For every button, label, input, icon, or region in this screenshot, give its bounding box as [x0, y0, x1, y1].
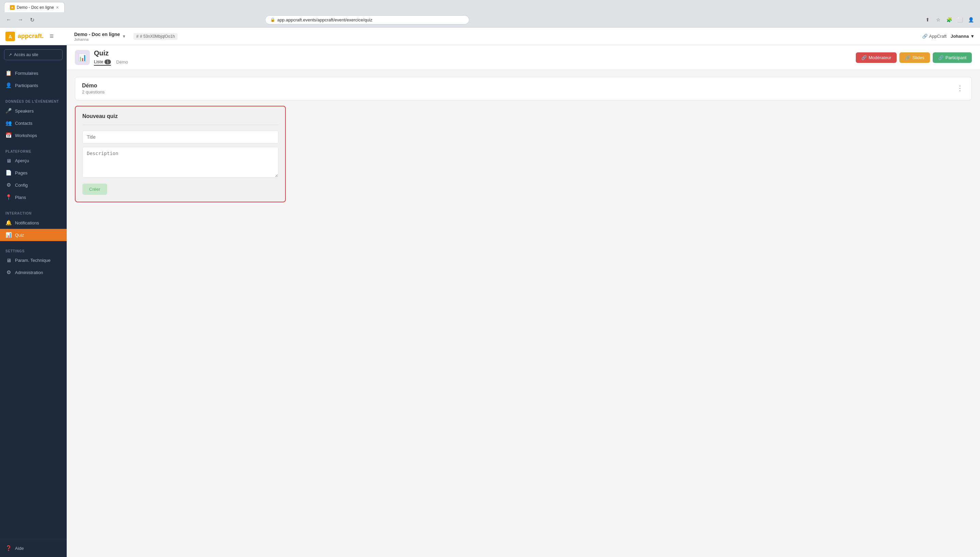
user-chevron: ▼	[970, 34, 975, 39]
new-quiz-divider	[82, 125, 278, 125]
interaction-section-label: INTERACTION	[0, 209, 67, 217]
content-area: 📊 Quiz Liste 1 Démo	[67, 45, 980, 557]
sidebar-item-pages[interactable]: 📄 Pages	[0, 167, 67, 179]
hamburger-button[interactable]: ☰	[46, 31, 57, 42]
sidebar-item-speakers[interactable]: 🎤 Speakers	[0, 105, 67, 117]
sidebar-section-plateforme: PLATEFORME 🖥 Aperçu 📄 Pages ⚙ Config 📍 P…	[0, 144, 67, 206]
sidebar-item-label: Aperçu	[15, 158, 29, 163]
sidebar-item-contacts[interactable]: 👥 Contacts	[0, 117, 67, 129]
slides-label: Slides	[912, 55, 924, 60]
tab-demo-label: Démo	[116, 60, 128, 65]
browser-nav-controls: ← → ↻	[4, 15, 37, 24]
sidebar-item-plans[interactable]: 📍 Plans	[0, 191, 67, 204]
sidebar-item-label: Param. Technique	[15, 258, 51, 263]
sidebar-item-label: Quiz	[15, 233, 24, 238]
notifications-icon: 🔔	[5, 220, 11, 226]
demo-card-info: Démo 2 questions	[82, 83, 105, 94]
back-button[interactable]: ←	[4, 15, 14, 24]
sidebar-item-notifications[interactable]: 🔔 Notifications	[0, 217, 67, 229]
page-title-group: Quiz Liste 1 Démo	[94, 49, 133, 66]
sidebar-item-participants[interactable]: 👤 Participants	[0, 79, 67, 91]
sidebar-item-param-technique[interactable]: 🖥 Param. Technique	[0, 254, 67, 266]
quiz-icon: 📊	[5, 232, 11, 238]
browser-tab-bar: A Demo - Doc en ligne ×	[0, 0, 980, 12]
access-site-label: Accès au site	[14, 52, 38, 57]
share-button[interactable]: ⬆	[923, 15, 933, 24]
sidebar-item-label: Config	[15, 182, 28, 188]
tab-demo[interactable]: Démo	[116, 59, 128, 66]
link-icon: 🔗	[922, 34, 928, 39]
logo-text: appcraft.	[18, 33, 44, 40]
sidebar-section-donnees: DONNÉES DE L'ÉVÉNEMENT 🎤 Speakers 👥 Cont…	[0, 94, 67, 144]
tab-favicon: A	[10, 5, 15, 10]
sidebar-section-top: 📋 Formulaires 👤 Participants	[0, 64, 67, 94]
config-icon: ⚙	[5, 182, 11, 188]
tab-liste-badge: 1	[105, 60, 111, 64]
moderator-button[interactable]: 🔗 Modérateur	[856, 52, 897, 63]
appcraft-link-text: AppCraft	[929, 34, 946, 39]
sidebar-item-apercu[interactable]: 🖥 Aperçu	[0, 155, 67, 167]
sidebar-item-aide[interactable]: ❓ Aide	[0, 542, 67, 554]
create-quiz-button[interactable]: Créer	[82, 184, 107, 195]
participant-label: Participant	[946, 55, 966, 60]
donnees-section-label: DONNÉES DE L'ÉVÉNEMENT	[0, 97, 67, 105]
page-tabs: Liste 1 Démo	[94, 59, 133, 66]
profile-button[interactable]: 👤	[966, 15, 976, 24]
sidebar-item-label: Pages	[15, 170, 28, 176]
bookmark-button[interactable]: ☆	[934, 15, 943, 24]
lock-icon: 🔒	[270, 17, 275, 22]
content-body: Démo 2 questions ⋮ Nouveau quiz Créer	[67, 70, 980, 209]
contacts-icon: 👥	[5, 120, 11, 126]
tab-close-button[interactable]: ×	[56, 5, 59, 10]
sidebar-item-label: Workshops	[15, 133, 37, 138]
page-actions: 🔗 Modérateur 🔗 Slides 🔗 Participant	[856, 52, 972, 63]
event-selector[interactable]: Demo - Doc en ligne Johanna ▼	[71, 29, 129, 44]
quiz-title-input[interactable]	[82, 130, 278, 143]
sidebar-item-label: Participants	[15, 83, 38, 88]
event-id-badge: # # 53nX0MbjqlOo1h	[133, 33, 177, 40]
plans-icon: 📍	[5, 194, 11, 200]
participant-link-icon: 🔗	[938, 55, 944, 60]
access-site-button[interactable]: ↗ Accès au site	[4, 49, 63, 60]
sidebar: ↗ Accès au site 📋 Formulaires 👤 Particip…	[0, 45, 67, 557]
appcraft-link[interactable]: 🔗 AppCraft	[922, 34, 946, 39]
quiz-description-input[interactable]	[82, 147, 278, 178]
sidebar-item-administration[interactable]: ⚙ Administration	[0, 266, 67, 278]
slides-link-icon: 🔗	[905, 55, 910, 60]
new-quiz-title: Nouveau quiz	[82, 113, 278, 119]
external-link-icon: ↗	[8, 52, 12, 57]
slides-button[interactable]: 🔗 Slides	[899, 52, 929, 63]
demo-card-more-button[interactable]: ⋮	[955, 83, 965, 93]
sidebar-item-workshops[interactable]: 📅 Workshops	[0, 129, 67, 142]
sidebar-item-label: Speakers	[15, 109, 34, 114]
user-name-text: Johanna	[951, 34, 969, 39]
browser-actions: ⬆ ☆ 🧩 ⬜ 👤	[923, 15, 976, 24]
create-label: Créer	[89, 187, 100, 192]
tab-liste[interactable]: Liste 1	[94, 59, 111, 66]
sidebar-item-quiz[interactable]: 📊 Quiz	[0, 229, 67, 241]
forward-button[interactable]: →	[16, 15, 25, 24]
user-menu[interactable]: Johanna ▼	[951, 34, 975, 39]
participant-button[interactable]: 🔗 Participant	[933, 52, 972, 63]
extensions-button[interactable]: 🧩	[945, 15, 954, 24]
address-bar[interactable]: 🔒 app.appcraft.events/appcraft/event/exe…	[265, 15, 469, 24]
sidebar-item-config[interactable]: ⚙ Config	[0, 179, 67, 191]
header-right: 🔗 AppCraft Johanna ▼	[922, 34, 975, 39]
sidebar-item-label: Contacts	[15, 121, 32, 126]
browser-tab[interactable]: A Demo - Doc en ligne ×	[4, 2, 65, 12]
browser-chrome: ← → ↻ 🔒 app.appcraft.events/appcraft/eve…	[0, 12, 980, 28]
fullscreen-button[interactable]: ⬜	[956, 15, 965, 24]
page-title: Quiz	[94, 49, 133, 57]
new-quiz-card: Nouveau quiz Créer	[75, 106, 286, 202]
administration-icon: ⚙	[5, 269, 11, 275]
sidebar-bottom: ❓ Aide	[0, 539, 67, 557]
refresh-button[interactable]: ↻	[27, 15, 37, 24]
sidebar-item-formulaires[interactable]: 📋 Formulaires	[0, 67, 67, 79]
pages-icon: 📄	[5, 170, 11, 176]
moderator-link-icon: 🔗	[861, 55, 867, 60]
formulaires-icon: 📋	[5, 70, 11, 76]
main-layout: ↗ Accès au site 📋 Formulaires 👤 Particip…	[0, 45, 980, 557]
more-icon: ⋮	[957, 84, 963, 92]
quiz-page-icon: 📊	[78, 54, 87, 62]
apercu-icon: 🖥	[5, 158, 11, 164]
